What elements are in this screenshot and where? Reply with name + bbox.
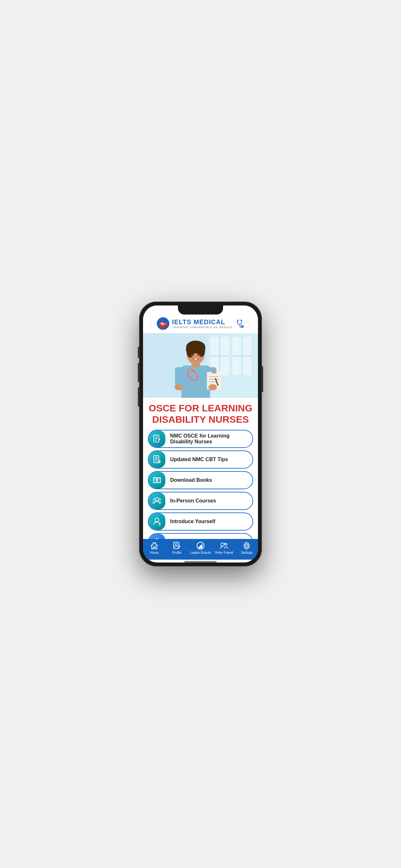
svg-point-21 [196, 342, 202, 347]
svg-point-20 [189, 342, 195, 348]
nav-label-leaderboards: Leader Boards [190, 551, 211, 554]
main-title: OSCE FOR LEARNING DISABILITY NURSES [148, 403, 253, 425]
svg-rect-73 [198, 547, 200, 548]
svg-rect-12 [181, 366, 210, 398]
menu-item-introduce-yourself[interactable]: Introduce Yourself [148, 513, 253, 531]
books-icon [152, 476, 161, 485]
menu-label-cbt-tips: Updated NMC CBT Tips [165, 457, 252, 462]
settings-icon [243, 541, 251, 550]
menu-item-in-person-courses[interactable]: In-Person Courses [148, 492, 253, 510]
svg-rect-65 [153, 547, 156, 549]
svg-point-61 [153, 538, 160, 539]
profile-edit-icon [152, 517, 161, 526]
chat-icon [152, 538, 161, 539]
svg-point-19 [201, 347, 205, 351]
profile-icon [173, 541, 181, 550]
menu-icon-box-in-person-courses [149, 492, 165, 509]
nav-item-home[interactable]: Home [145, 541, 164, 554]
nav-label-settings: Settings [241, 551, 252, 554]
logo-main-text: IELTS MEDICAL [172, 318, 233, 326]
content-area: ⚕ 🔬 💊 🩺 🏥 💉 📋 ⚕ 🔬 [143, 306, 258, 539]
logo-sub-text: TRAINING TOMORROW'S UK MEDICS [172, 326, 233, 329]
svg-rect-29 [175, 367, 183, 386]
svg-point-26 [193, 353, 193, 354]
nav-label-profile: Profile [173, 551, 181, 554]
svg-point-76 [221, 543, 224, 546]
nav-item-settings[interactable]: Settings [237, 541, 256, 554]
svg-rect-32 [212, 370, 217, 374]
title-section: OSCE FOR LEARNING DISABILITY NURSES [143, 398, 258, 428]
group-icon [152, 496, 161, 505]
document-list-icon [152, 455, 161, 464]
svg-point-25 [197, 353, 199, 355]
nav-label-refer-friend: Refer Friend [215, 551, 233, 554]
nav-item-leaderboards[interactable]: Leader Boards [190, 541, 211, 554]
stethoscope-icon [235, 319, 244, 329]
menu-label-introduce-yourself: Introduce Yourself [165, 519, 252, 524]
menu-label-nmc-osce: NMC OSCE for Learning Disability Nurses [165, 433, 252, 445]
svg-point-27 [198, 353, 199, 354]
notch [178, 306, 223, 314]
hero-image [143, 333, 258, 398]
menu-item-download-books[interactable]: Download Books [148, 471, 253, 489]
menu-item-contact-nurse[interactable]: Contact A UK Nurse Educator [148, 533, 253, 539]
nurse-illustration [143, 333, 258, 398]
phone-device: ⚕ 🔬 💊 🩺 🏥 💉 📋 ⚕ 🔬 [139, 302, 262, 566]
menu-icon-box-nmc-osce [149, 430, 165, 447]
main-screen: ⚕ 🔬 💊 🩺 🏥 💉 📋 ⚕ 🔬 [143, 306, 258, 539]
svg-point-28 [191, 369, 194, 372]
phone-screen: ⚕ 🔬 💊 🩺 🏥 💉 📋 ⚕ 🔬 [143, 306, 258, 562]
svg-point-71 [175, 544, 177, 546]
volume-mute-button[interactable] [138, 347, 139, 358]
home-icon [150, 541, 158, 550]
logo-row: IELTS MEDICAL TRAINING TOMORROW'S UK MED… [157, 317, 245, 330]
volume-up-button[interactable] [138, 363, 139, 382]
svg-point-78 [245, 545, 248, 547]
svg-rect-67 [155, 545, 156, 546]
menu-icon-box-download-books [149, 472, 165, 489]
logo-icon [157, 317, 169, 330]
home-indicator [184, 561, 217, 562]
svg-rect-74 [200, 546, 201, 548]
bottom-nav: Home Profile Lea [143, 539, 258, 560]
menu-list: NMC OSCE for Learning Disability Nurses [143, 428, 258, 539]
nav-item-refer-friend[interactable]: Refer Friend [214, 541, 234, 554]
menu-icon-box-introduce-yourself [149, 513, 165, 530]
svg-point-59 [155, 518, 159, 522]
svg-point-38 [209, 384, 217, 391]
logo-text: IELTS MEDICAL TRAINING TOMORROW'S UK MED… [172, 318, 233, 329]
nav-label-home: Home [150, 551, 159, 554]
svg-point-56 [155, 498, 158, 501]
menu-item-nmc-osce[interactable]: NMC OSCE for Learning Disability Nurses [148, 430, 253, 448]
svg-point-18 [186, 347, 191, 352]
svg-point-24 [192, 353, 194, 355]
svg-point-2 [237, 320, 239, 321]
volume-down-button[interactable] [138, 387, 139, 407]
refer-icon [220, 541, 228, 550]
menu-item-cbt-tips[interactable]: Updated NMC CBT Tips [148, 451, 253, 469]
menu-icon-box-cbt-tips [149, 451, 165, 468]
svg-rect-66 [153, 545, 154, 546]
document-edit-icon [152, 434, 161, 443]
menu-icon-box-contact-nurse [149, 534, 165, 539]
chart-icon [196, 541, 205, 550]
nav-item-profile[interactable]: Profile [167, 541, 187, 554]
menu-label-in-person-courses: In-Person Courses [165, 498, 252, 504]
menu-label-download-books: Download Books [165, 477, 252, 483]
power-button[interactable] [262, 366, 263, 392]
svg-point-37 [175, 384, 183, 391]
svg-point-3 [241, 320, 242, 321]
svg-rect-75 [201, 545, 203, 548]
